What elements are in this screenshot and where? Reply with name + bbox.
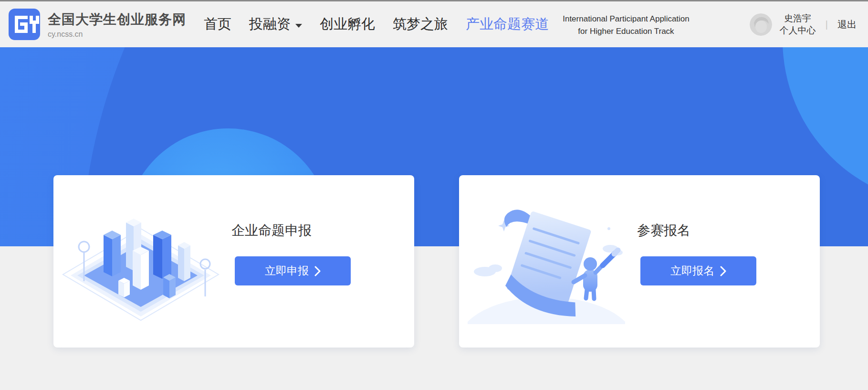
international-application-line2: for Higher Education Track xyxy=(550,25,702,38)
nav-item-investment-label: 投融资 xyxy=(249,15,291,34)
logout-button[interactable]: 退出 xyxy=(837,18,857,31)
nav-item-home[interactable]: 首页 xyxy=(204,15,231,34)
chevron-right-icon xyxy=(720,266,726,276)
user-divider: | xyxy=(826,19,828,30)
isometric-city-illustration xyxy=(62,199,220,324)
registration-card: 参赛报名 立即报名 xyxy=(459,175,820,348)
scroll-signup-illustration xyxy=(468,199,625,324)
international-application-link[interactable]: International Participant Application fo… xyxy=(550,1,702,49)
profile-center-label: 个人中心 xyxy=(780,25,816,35)
brand-text: 全国大学生创业服务网 cy.ncss.cn xyxy=(48,11,186,39)
nav-item-industry-track[interactable]: 产业命题赛道 xyxy=(466,15,549,34)
user-area: 史浩宇 个人中心 | 退出 xyxy=(750,1,857,47)
nav-item-incubation[interactable]: 创业孵化 xyxy=(320,15,375,34)
nav-item-dream-journey[interactable]: 筑梦之旅 xyxy=(393,15,448,34)
card-title-registration: 参赛报名 xyxy=(637,221,690,240)
international-application-line1: International Participant Application xyxy=(550,13,702,25)
nav-item-investment[interactable]: 投融资 xyxy=(249,15,302,34)
register-now-label: 立即报名 xyxy=(670,264,714,278)
apply-now-button[interactable]: 立即申报 xyxy=(235,256,351,285)
chevron-down-icon xyxy=(295,24,302,28)
apply-now-label: 立即申报 xyxy=(265,264,309,278)
site-name: 全国大学生创业服务网 xyxy=(48,11,186,29)
page: 全国大学生创业服务网 cy.ncss.cn 首页 投融资 创业孵化 筑梦之旅 产… xyxy=(0,0,868,390)
site-domain: cy.ncss.cn xyxy=(48,30,186,39)
register-now-button[interactable]: 立即报名 xyxy=(640,256,756,285)
avatar[interactable] xyxy=(750,13,772,36)
header: 全国大学生创业服务网 cy.ncss.cn 首页 投融资 创业孵化 筑梦之旅 产… xyxy=(0,1,868,47)
enterprise-proposition-card: 企业命题申报 立即申报 xyxy=(53,175,414,348)
main-nav: 首页 投融资 创业孵化 筑梦之旅 产业命题赛道 xyxy=(204,1,549,47)
cy-logo-icon xyxy=(9,9,40,40)
card-title-enterprise: 企业命题申报 xyxy=(231,221,312,240)
chevron-right-icon xyxy=(314,266,321,276)
brand-home-link[interactable]: 全国大学生创业服务网 cy.ncss.cn xyxy=(9,1,186,47)
profile-center-link[interactable]: 史浩宇 个人中心 xyxy=(780,12,816,36)
user-name: 史浩宇 xyxy=(784,13,811,23)
